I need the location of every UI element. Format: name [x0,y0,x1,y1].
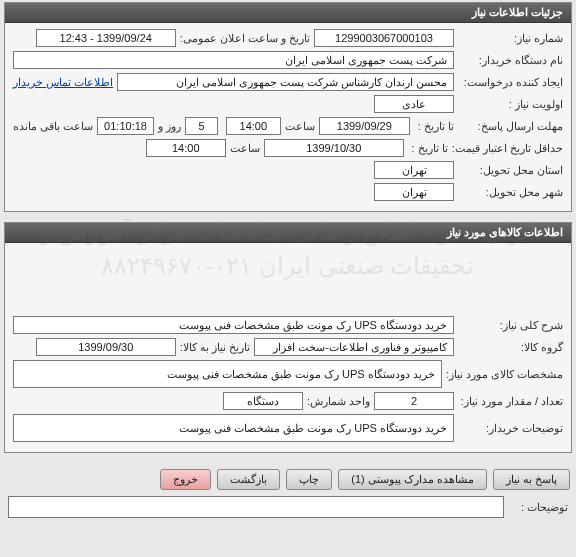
reply-button[interactable]: پاسخ به نیاز [493,469,570,490]
field-req-no: 1299003067000103 [314,29,454,47]
field-qty: 2 [374,392,454,410]
field-city: تهران [374,183,454,201]
label-to-date: تا تاریخ : [414,120,454,133]
label-req-no: شماره نیاز: [458,32,563,45]
field-creator: محسن ارندان کارشناس شرکت پست جمهوری اسلا… [117,73,454,91]
field-time-left: 01:10:18 [97,117,154,135]
label-qty: تعداد / مقدار مورد نیاز: [458,395,563,408]
notes-textarea[interactable] [8,496,504,518]
attachments-button[interactable]: مشاهده مدارک پیوستی (1) [338,469,487,490]
label-time-left: ساعت باقی مانده [13,120,93,133]
label-goods-spec: مشخصات کالای مورد نیاز: [446,368,563,381]
label-hour2: ساعت [230,142,260,155]
label-hour1: ساعت [285,120,315,133]
label-general-desc: شرح کلی نیاز: [458,319,563,332]
panel2-header: اطلاعات کالاهای مورد نیاز [5,223,571,243]
label-goods-group: گروه کالا: [458,341,563,354]
label-priority: اولویت نیاز : [458,98,563,111]
field-public-date: 1399/09/24 - 12:43 [36,29,176,47]
field-goods-group: کامپیوتر و فناوری اطلاعات-سخت افزار [254,338,454,356]
label-deliver-city: شهر محل تحویل: [458,186,563,199]
action-bar: پاسخ به نیاز مشاهده مدارک پیوستی (1) چاپ… [0,463,576,496]
label-days: روز و [158,120,181,133]
field-buyer-org: شرکت پست جمهوری اسلامی ایران [13,51,454,69]
field-unit: دستگاه [223,392,303,410]
label-unit: واحد شمارش: [307,395,370,408]
back-button[interactable]: بازگشت [217,469,280,490]
label-to-date2: تا تاریخ : [408,142,448,155]
field-province: تهران [374,161,454,179]
field-goods-spec: خرید دودستگاه UPS رک مونت طبق مشخصات فنی… [13,360,442,388]
panel1-header: جزئیات اطلاعات نیاز [5,3,571,23]
need-details-panel: جزئیات اطلاعات نیاز شماره نیاز: 12990030… [4,2,572,212]
label-deliver-prov: استان محل تحویل: [458,164,563,177]
goods-info-panel: اطلاعات کالاهای مورد نیاز ایران تندر - ا… [4,222,572,453]
label-creator: ایجاد کننده درخواست: [458,76,563,89]
print-button[interactable]: چاپ [286,469,332,490]
field-buyer-notes: خرید دودستگاه UPS رک مونت طبق مشخصات فنی… [13,414,454,442]
label-buyer-org: نام دستگاه خریدار: [458,54,563,67]
field-reply-hour: 14:00 [226,117,281,135]
link-buyer-contact[interactable]: اطلاعات تماس خریدار [13,76,113,89]
label-need-by: تاریخ نیاز به کالا: [180,341,250,354]
exit-button[interactable]: خروج [160,469,211,490]
label-buyer-notes: توضیحات خریدار: [458,422,563,435]
field-reply-date: 1399/09/29 [319,117,410,135]
field-days-left: 5 [185,117,218,135]
label-valid-min: حداقل تاریخ اعتبار قیمت: [452,142,563,155]
label-notes: توضیحات : [508,501,568,514]
label-public-date: تاریخ و ساعت اعلان عمومی: [180,32,310,45]
label-reply-deadline: مهلت ارسال پاسخ: [458,120,563,133]
field-general-desc: خرید دودستگاه UPS رک مونت طبق مشخصات فنی… [13,316,454,334]
field-need-by: 1399/09/30 [36,338,176,356]
field-valid-hour: 14:00 [146,139,226,157]
field-valid-date: 1399/10/30 [264,139,404,157]
field-priority: عادی [374,95,454,113]
